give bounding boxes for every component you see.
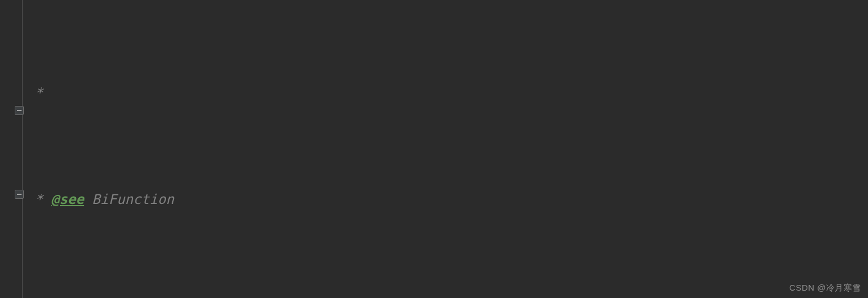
gutter: [0, 0, 24, 298]
code-editor[interactable]: * * @see BiFunction * @see UnaryOperator…: [0, 0, 868, 298]
javadoc-see-ref: BiFunction: [84, 186, 174, 213]
javadoc-star: *: [27, 80, 43, 107]
fold-toggle-icon[interactable]: [15, 106, 24, 115]
javadoc-prefix: *: [27, 186, 51, 213]
gutter-fold-line: [22, 0, 23, 298]
javadoc-tag-see: @see: [51, 293, 84, 298]
code-area[interactable]: * * @see BiFunction * @see UnaryOperator…: [27, 0, 868, 298]
javadoc-tag-see: @see: [51, 186, 84, 213]
code-line[interactable]: *: [27, 80, 868, 107]
javadoc-prefix: *: [27, 293, 51, 298]
fold-toggle-icon[interactable]: [15, 190, 24, 199]
code-line[interactable]: * @see BiFunction: [27, 186, 868, 213]
javadoc-see-ref: UnaryOperator: [84, 293, 198, 298]
code-line[interactable]: * @see UnaryOperator: [27, 293, 868, 298]
